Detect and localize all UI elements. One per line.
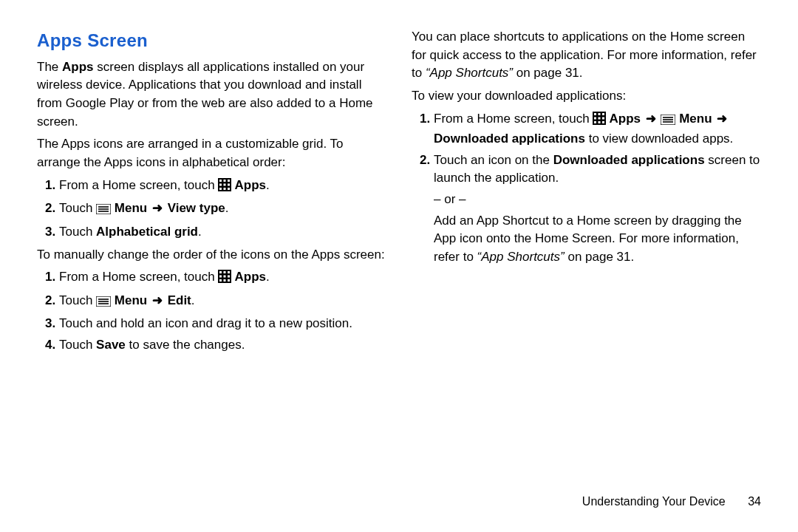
step-item: Touch Save to save the changes. [59, 336, 386, 355]
page-footer: Understanding Your Device 34 [582, 493, 761, 510]
step-item: Touch an icon on the Downloaded applicat… [434, 151, 761, 267]
or-divider: – or – [434, 191, 761, 209]
apps-icon [218, 270, 231, 289]
apps-icon [218, 178, 231, 197]
intro-paragraph-2: The Apps icons are arranged in a customi… [37, 135, 386, 171]
menu-icon [96, 202, 111, 220]
shortcuts-paragraph: You can place shortcuts to applications … [412, 28, 761, 83]
view-downloaded-intro: To view your downloaded applications: [412, 87, 761, 106]
manual-order-steps: From a Home screen, touch Apps. Touch Me… [37, 268, 386, 355]
right-column: You can place shortcuts to applications … [412, 28, 761, 359]
alt-paragraph: Add an App Shortcut to a Home screen by … [434, 212, 761, 267]
menu-icon [96, 294, 111, 313]
step-item: Touch Menu ➜ View type. [59, 200, 386, 220]
page-number: 34 [748, 495, 761, 508]
step-item: Touch and hold an icon and drag it to a … [59, 315, 386, 333]
step-item: Touch Menu ➜ Edit. [59, 292, 386, 313]
alphabetical-steps: From a Home screen, touch Apps. Touch Me… [37, 177, 386, 242]
downloaded-steps: From a Home screen, touch Apps ➜ Menu ➜ … [412, 110, 761, 267]
intro-paragraph-3: To manually change the order of the icon… [37, 246, 386, 265]
footer-section: Understanding Your Device [582, 495, 726, 508]
step-item: From a Home screen, touch Apps ➜ Menu ➜ … [434, 110, 761, 149]
left-column: Apps Screen The Apps screen displays all… [37, 28, 386, 359]
step-item: Touch Alphabetical grid. [59, 223, 386, 242]
intro-paragraph-1: The Apps screen displays all application… [37, 58, 386, 132]
step-item: From a Home screen, touch Apps. [59, 177, 386, 197]
apps-icon [593, 112, 606, 131]
menu-icon [661, 112, 675, 131]
section-heading: Apps Screen [37, 28, 386, 54]
step-item: From a Home screen, touch Apps. [59, 268, 386, 289]
